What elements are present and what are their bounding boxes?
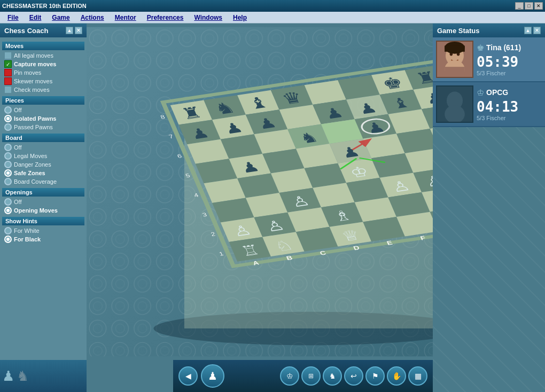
passed-pawns-radio[interactable] — [4, 123, 12, 131]
skewer-moves-item[interactable]: Skewer moves — [2, 77, 84, 85]
bottom-action-bar: ◀ ♟ ♔ ⊞ ♞ ↩ ⚑ ✋ ▦ — [173, 360, 433, 392]
legal-moves-item[interactable]: Legal Moves — [2, 152, 84, 160]
bottom-knight-icon: ♞ — [17, 368, 29, 385]
prev-button[interactable]: ◀ — [178, 366, 198, 386]
coach-content: Moves All legal moves ✓ Capture moves Pi… — [0, 37, 87, 392]
danger-zones-item[interactable]: Danger Zones — [2, 160, 84, 169]
openings-off-label: Off — [14, 199, 21, 205]
for-black-radio[interactable] — [4, 236, 12, 243]
chess-coach-header-controls: ▲ ✕ — [66, 27, 82, 34]
right-background — [433, 127, 545, 392]
pieces-off-label: Off — [14, 107, 21, 113]
bottom-piece-display: ♟ ♞ — [0, 360, 87, 392]
decorative-pattern — [433, 127, 545, 392]
isolated-pawns-item[interactable]: Isolated Pawns — [2, 114, 84, 123]
play-button[interactable]: ♟ — [201, 364, 224, 388]
for-black-item[interactable]: For Black — [2, 235, 84, 244]
player1-name: Tina (611) — [486, 43, 521, 52]
svg-point-135 — [445, 105, 465, 123]
capture-moves-label: Capture moves — [14, 61, 56, 67]
chess-board[interactable]: A B C D E F G H 8 7 6 5 4 3 2 1 — [87, 23, 433, 360]
isolated-pawns-radio[interactable] — [4, 115, 12, 122]
check-moves-checkbox[interactable] — [4, 86, 12, 93]
skewer-moves-checkbox[interactable] — [4, 77, 12, 85]
safe-zones-item[interactable]: Safe Zones — [2, 169, 84, 177]
menu-windows[interactable]: Windows — [189, 13, 228, 22]
capture-moves-checkbox[interactable]: ✓ — [4, 60, 12, 68]
opening-moves-radio[interactable] — [4, 207, 12, 214]
pieces-off-radio[interactable] — [4, 106, 12, 114]
menu-edit[interactable]: Edit — [24, 13, 47, 22]
player1-info: ♚ Tina (611) 05:39 5/3 Fischer — [477, 43, 542, 76]
king-action-button[interactable]: ♔ — [280, 366, 299, 386]
app-title: CHESSMASTER 10th EDITION — [2, 3, 87, 9]
player2-name-row: ♔ OPCG — [477, 88, 518, 98]
pieces-off-item[interactable]: Off — [2, 106, 84, 114]
legal-moves-radio[interactable] — [4, 152, 12, 160]
openings-off-radio[interactable] — [4, 198, 12, 206]
opening-moves-item[interactable]: Opening Moves — [2, 206, 84, 215]
flag-action-button[interactable]: ⚑ — [365, 366, 385, 386]
chess-coach-close[interactable]: ✕ — [75, 27, 82, 34]
all-legal-moves-item[interactable]: All legal moves — [2, 51, 84, 60]
board-coverage-label: Board Coverage — [14, 178, 57, 185]
pin-moves-label: Pin moves — [14, 69, 41, 76]
board-off-radio[interactable] — [4, 144, 12, 151]
minimize-button[interactable]: _ — [515, 2, 524, 10]
grid-action-button[interactable]: ▦ — [408, 366, 427, 386]
menu-preferences[interactable]: Preferences — [142, 13, 189, 22]
maximize-button[interactable]: □ — [525, 2, 533, 10]
board-off-item[interactable]: Off — [2, 143, 84, 152]
openings-section-header: Openings — [2, 188, 84, 197]
chess-coach-header: Chess Coach ▲ ✕ — [0, 23, 87, 37]
player1-rating: 5/3 Fischer — [477, 70, 542, 76]
center-board-area: A B C D E F G H 8 7 6 5 4 3 2 1 — [87, 23, 433, 392]
check-moves-item[interactable]: Check moves — [2, 85, 84, 94]
menu-actions[interactable]: Actions — [75, 13, 110, 22]
safe-zones-label: Safe Zones — [14, 170, 45, 176]
board-action-button[interactable]: ⊞ — [301, 366, 321, 386]
right-panel: Game Status ▲ ✕ — [433, 23, 545, 392]
titlebar-logo: CHESSMASTER 10th EDITION — [2, 3, 87, 9]
openings-off-item[interactable]: Off — [2, 198, 84, 206]
hand-action-button[interactable]: ✋ — [387, 366, 406, 386]
player1-time: 05:39 — [477, 54, 542, 70]
check-moves-label: Check moves — [14, 87, 50, 93]
menu-help[interactable]: Help — [228, 13, 252, 22]
menu-file[interactable]: File — [2, 13, 24, 22]
game-status-close[interactable]: ✕ — [533, 27, 541, 34]
skewer-moves-label: Skewer moves — [14, 78, 52, 84]
for-white-radio[interactable] — [4, 227, 12, 234]
close-button[interactable]: ✕ — [534, 2, 543, 10]
knight-action-button[interactable]: ♞ — [323, 366, 342, 386]
left-panel: Chess Coach ▲ ✕ Moves All legal moves ✓ … — [0, 23, 87, 392]
isolated-pawns-label: Isolated Pawns — [14, 115, 56, 122]
pieces-section-header: Pieces — [2, 96, 84, 105]
pin-moves-checkbox[interactable] — [4, 69, 12, 76]
capture-moves-item[interactable]: ✓ Capture moves — [2, 60, 84, 68]
board-coverage-radio[interactable] — [4, 178, 12, 185]
for-white-item[interactable]: For White — [2, 226, 84, 235]
passed-pawns-item[interactable]: Passed Pawns — [2, 123, 84, 131]
game-status-minimize[interactable]: ▲ — [524, 27, 532, 34]
all-legal-moves-checkbox[interactable] — [4, 52, 12, 59]
board-section-header: Board — [2, 134, 84, 142]
move-action-button[interactable]: ↩ — [344, 366, 363, 386]
chess-coach-title: Chess Coach — [4, 27, 48, 35]
pin-moves-item[interactable]: Pin moves — [2, 68, 84, 77]
menu-mentor[interactable]: Mentor — [110, 13, 142, 22]
player1-face — [437, 42, 472, 77]
player2-name: OPCG — [486, 88, 508, 97]
board-coverage-item[interactable]: Board Coverage — [2, 177, 84, 186]
player2-king-icon: ♔ — [477, 88, 484, 98]
menu-game[interactable]: Game — [46, 13, 75, 22]
opening-moves-label: Opening Moves — [14, 207, 58, 214]
titlebar: CHESSMASTER 10th EDITION _ □ ✕ — [0, 0, 545, 12]
danger-zones-radio[interactable] — [4, 161, 12, 168]
svg-rect-132 — [445, 46, 465, 52]
for-black-label: For Black — [14, 236, 41, 242]
safe-zones-radio[interactable] — [4, 169, 12, 177]
chess-coach-minimize[interactable]: ▲ — [66, 27, 73, 34]
player2-info: ♔ OPCG 04:13 5/3 Fischer — [477, 88, 518, 121]
menubar: File Edit Game Actions Mentor Preference… — [0, 12, 545, 23]
